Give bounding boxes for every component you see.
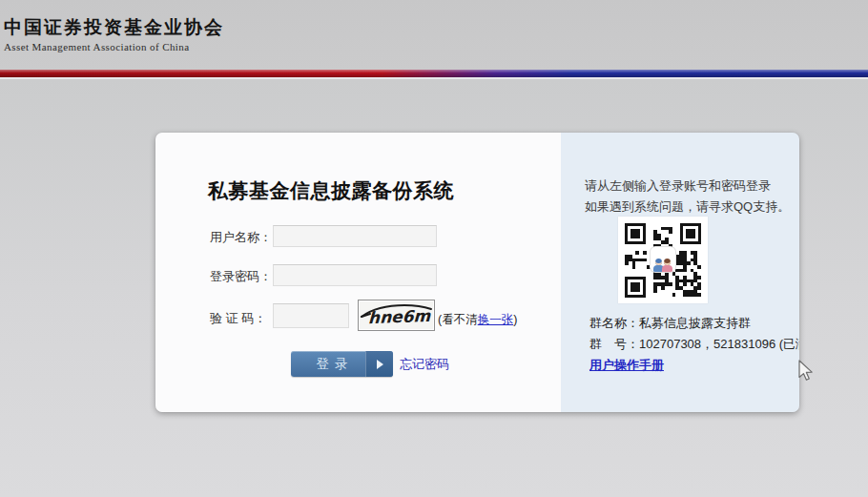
logo-subtitle: Asset Management Association of China [4, 41, 224, 52]
instruction-line-1: 请从左侧输入登录账号和密码登录 [585, 177, 771, 195]
user-manual-link[interactable]: 用户操作手册 [589, 357, 664, 374]
captcha-hint: (看不清换一张) [438, 312, 517, 328]
group-name-label: 群名称： [589, 316, 639, 330]
captcha-label: 验 证 码： [210, 310, 266, 327]
qr-finder-top-left [625, 223, 646, 244]
captcha-hint-suffix: ) [513, 313, 517, 326]
password-input[interactable] [273, 264, 437, 286]
captcha-hint-prefix: (看不清 [438, 313, 478, 326]
group-number-label: 群 号： [589, 337, 639, 351]
captcha-refresh-link[interactable]: 换一张 [478, 313, 514, 326]
system-title: 私募基金信息披露备份系统 [208, 177, 454, 204]
forgot-password-link[interactable]: 忘记密码 [400, 356, 449, 373]
group-name-value: 私募信息披露支持群 [639, 316, 751, 330]
login-card: 私募基金信息披露备份系统 用户名称： 登录密码： 验 证 码： hne6m (看… [155, 133, 799, 412]
instruction-line-2: 如果遇到系统问题，请寻求QQ支持。 [585, 198, 790, 216]
logo-title: 中国证券投资基金业协会 [4, 15, 224, 40]
captcha-input[interactable] [273, 303, 349, 328]
group-name-row: 群名称：私募信息披露支持群 [589, 315, 751, 332]
qr-finder-top-right [680, 223, 701, 244]
login-button[interactable]: 登录 [291, 351, 393, 377]
qq-group-qr-code [618, 217, 708, 303]
support-panel: 请从左侧输入登录账号和密码登录 如果遇到系统问题，请寻求QQ支持。 群名称：私募… [561, 133, 799, 412]
main-content: 私募基金信息披露备份系统 用户名称： 登录密码： 验 证 码： hne6m (看… [0, 79, 868, 497]
captcha-text: hne6m [368, 306, 431, 327]
captcha-image: hne6m [358, 300, 435, 331]
password-label: 登录密码： [210, 268, 272, 285]
amac-logo: 中国证券投资基金业协会 Asset Management Association… [4, 15, 224, 52]
avatar-person-right [662, 259, 672, 272]
username-label: 用户名称： [210, 229, 272, 246]
login-form-section: 私募基金信息披露备份系统 用户名称： 登录密码： 验 证 码： hne6m (看… [155, 133, 561, 412]
group-number-row: 群 号：102707308，521831096 (已满) [589, 336, 799, 353]
play-arrow-icon [377, 360, 383, 369]
qq-group-avatar-icon [651, 247, 675, 272]
page: 中国证券投资基金业协会 Asset Management Association… [0, 0, 868, 497]
qr-finder-bottom-left [625, 277, 646, 298]
red-blue-banner [0, 70, 868, 77]
username-input[interactable] [273, 225, 437, 247]
group-number-value: 102707308，521831096 (已满) [639, 337, 799, 351]
login-button-label: 登录 [291, 356, 365, 373]
site-header: 中国证券投资基金业协会 Asset Management Association… [0, 0, 868, 70]
login-button-arrow [365, 351, 393, 377]
